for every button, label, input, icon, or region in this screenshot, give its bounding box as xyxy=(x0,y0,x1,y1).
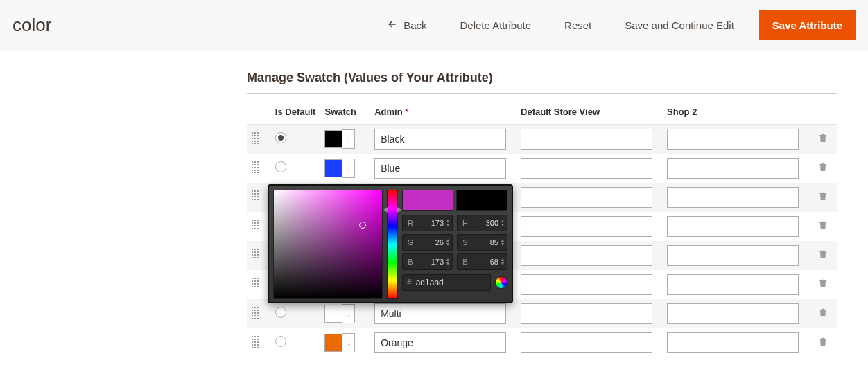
reset-label: Reset xyxy=(564,19,591,31)
trash-icon[interactable] xyxy=(817,278,828,289)
col-admin: Admin * xyxy=(370,94,517,125)
hue-arrow-right-icon xyxy=(397,207,401,213)
is-default-radio[interactable] xyxy=(275,161,286,172)
color-b-value: 173 xyxy=(418,258,444,266)
spinner-icon[interactable]: ▴▾ xyxy=(501,238,504,247)
color-picker-hue-slider[interactable] xyxy=(387,190,398,299)
reset-button[interactable]: Reset xyxy=(556,14,600,37)
shop2-input[interactable] xyxy=(667,187,799,208)
swatch-color[interactable] xyxy=(324,305,342,323)
drag-handle-icon[interactable] xyxy=(251,335,259,348)
col-swatch: Swatch xyxy=(320,94,370,125)
trash-icon[interactable] xyxy=(817,249,828,260)
spinner-icon[interactable]: ▴▾ xyxy=(446,258,449,266)
color-br-field[interactable]: B68▴▾ xyxy=(457,253,507,270)
swatch-color[interactable] xyxy=(324,159,342,177)
drag-handle-icon[interactable] xyxy=(251,132,259,144)
spinner-icon[interactable]: ▴▾ xyxy=(501,258,504,266)
drag-handle-icon[interactable] xyxy=(251,306,259,319)
shop2-input[interactable] xyxy=(667,216,799,237)
required-mark: * xyxy=(405,107,408,117)
shop2-input[interactable] xyxy=(667,274,799,295)
table-row: ↓ xyxy=(247,154,837,183)
swatch-dropdown-toggle[interactable]: ↓ xyxy=(342,159,355,178)
drag-handle-icon[interactable] xyxy=(251,248,259,260)
color-h-value: 300 xyxy=(473,219,498,227)
default-store-view-input[interactable] xyxy=(521,245,652,266)
color-s-field[interactable]: S85▴▾ xyxy=(457,234,507,251)
color-preview-new xyxy=(402,190,453,211)
save-continue-label: Save and Continue Edit xyxy=(625,19,734,31)
trash-icon[interactable] xyxy=(817,132,828,143)
delete-attribute-label: Delete Attribute xyxy=(460,19,531,31)
drag-handle-icon[interactable] xyxy=(251,219,259,231)
save-attribute-button[interactable]: Save Attribute xyxy=(759,10,856,40)
table-row: ↓ xyxy=(247,328,837,357)
trash-icon[interactable] xyxy=(817,336,828,347)
is-default-radio[interactable] xyxy=(275,307,286,318)
shop2-input[interactable] xyxy=(667,158,799,179)
default-store-view-input[interactable] xyxy=(521,187,652,208)
swatch-dropdown-toggle[interactable]: ↓ xyxy=(342,129,355,149)
color-hex-value: ad1aad xyxy=(416,278,486,287)
col-shop2: Shop 2 xyxy=(663,94,809,125)
color-preview-old xyxy=(456,190,507,211)
spinner-icon[interactable]: ▴▾ xyxy=(446,219,449,227)
color-h-field[interactable]: H300▴▾ xyxy=(457,215,507,231)
arrow-down-icon: ↓ xyxy=(347,338,351,348)
trash-icon[interactable] xyxy=(817,161,828,172)
arrow-down-icon: ↓ xyxy=(347,134,351,144)
shop2-input[interactable] xyxy=(667,129,799,150)
color-b-field[interactable]: B173▴▾ xyxy=(402,253,453,270)
color-picker-sv-canvas[interactable] xyxy=(273,190,383,299)
drag-handle-icon[interactable] xyxy=(251,277,259,289)
hue-arrow-left-icon xyxy=(383,207,388,213)
default-store-view-input[interactable] xyxy=(521,332,652,353)
back-button-label: Back xyxy=(403,19,426,31)
swatch-color[interactable] xyxy=(324,130,342,148)
drag-handle-icon[interactable] xyxy=(251,161,259,173)
is-default-radio[interactable] xyxy=(275,336,286,347)
shop2-input[interactable] xyxy=(667,332,799,353)
color-g-field[interactable]: G26▴▾ xyxy=(402,234,453,251)
color-br-value: 68 xyxy=(473,258,498,266)
default-store-view-input[interactable] xyxy=(521,158,652,179)
color-hex-field[interactable]: # ad1aad xyxy=(402,274,491,291)
arrow-down-icon: ↓ xyxy=(347,309,351,319)
default-store-view-input[interactable] xyxy=(521,274,652,295)
trash-icon[interactable] xyxy=(817,190,828,202)
shop2-input[interactable] xyxy=(667,303,799,324)
section-title: Manage Swatch (Values of Your Attribute) xyxy=(247,71,837,94)
admin-input[interactable] xyxy=(374,303,506,324)
trash-icon[interactable] xyxy=(817,307,828,318)
delete-attribute-button[interactable]: Delete Attribute xyxy=(451,14,539,37)
color-picker-cursor[interactable] xyxy=(359,222,366,229)
color-s-value: 85 xyxy=(473,238,498,247)
shop2-input[interactable] xyxy=(667,245,799,266)
back-button[interactable]: Back xyxy=(379,13,435,37)
arrow-down-icon: ↓ xyxy=(347,163,351,173)
default-store-view-input[interactable] xyxy=(521,216,652,237)
color-g-value: 26 xyxy=(418,238,444,247)
admin-input[interactable] xyxy=(374,332,506,353)
page-title: color xyxy=(12,15,362,36)
table-row: ↓ xyxy=(247,125,837,154)
drag-handle-icon[interactable] xyxy=(251,190,259,202)
admin-input[interactable] xyxy=(374,158,506,179)
admin-input[interactable] xyxy=(374,129,506,150)
table-row: ↓ xyxy=(247,299,837,328)
col-dsv: Default Store View xyxy=(517,94,663,125)
color-picker[interactable]: R173▴▾ H300▴▾ G26▴▾ S85▴▾ B173▴▾ B68▴▾ #… xyxy=(268,184,513,303)
spinner-icon[interactable]: ▴▾ xyxy=(501,219,504,227)
save-continue-button[interactable]: Save and Continue Edit xyxy=(616,14,743,37)
swatch-dropdown-toggle[interactable]: ↓ xyxy=(342,304,355,323)
spinner-icon[interactable]: ▴▾ xyxy=(446,238,449,247)
color-r-field[interactable]: R173▴▾ xyxy=(402,215,453,231)
trash-icon[interactable] xyxy=(817,220,828,231)
default-store-view-input[interactable] xyxy=(521,303,652,324)
is-default-radio[interactable] xyxy=(275,132,286,143)
swatch-dropdown-toggle[interactable]: ↓ xyxy=(342,333,355,352)
default-store-view-input[interactable] xyxy=(521,129,652,150)
swatch-color[interactable] xyxy=(324,334,342,352)
color-wheel-icon[interactable] xyxy=(495,276,507,289)
